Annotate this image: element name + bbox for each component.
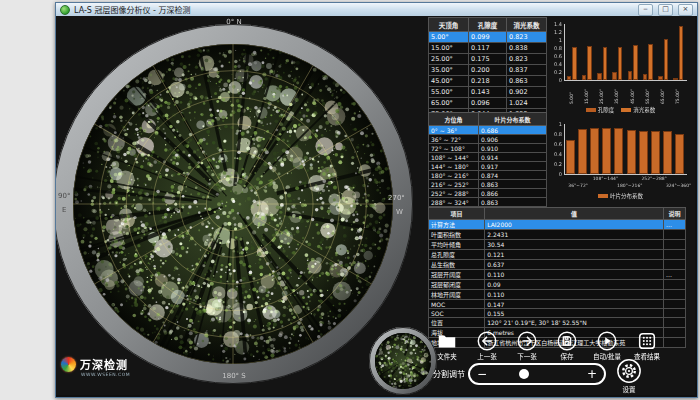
table-row[interactable]: 144° ~ 180°0.917 (429, 162, 547, 171)
table-row[interactable]: 5.00°0.0990.823 (429, 32, 547, 43)
cell: 0.838 (507, 43, 547, 54)
bar (651, 131, 660, 174)
settings-button[interactable]: 设置 (612, 358, 646, 394)
table-row[interactable]: 45.00°0.2180.863 (429, 76, 547, 87)
cell: 冠层开阔度 (429, 270, 485, 280)
minimize-button[interactable]: ‒ (638, 4, 653, 16)
bar (587, 46, 592, 80)
cell (663, 250, 685, 260)
compass-north-label: 0° N (216, 18, 252, 26)
window-title: LA-S 冠层图像分析仪 - 万深检测 (74, 4, 633, 15)
table-row[interactable]: 65.00°0.0961.024 (429, 98, 547, 109)
previous-image-button[interactable]: 上一张 (467, 330, 507, 361)
cell: 0.863 (507, 76, 547, 87)
table-row[interactable]: 冠层开阔度0.110… (429, 270, 686, 280)
table-row[interactable]: 林地开阔度0.110 (429, 290, 686, 300)
bar (658, 76, 663, 80)
table-row[interactable]: 55.00°0.1430.902 (429, 87, 547, 98)
cell: MOC (429, 300, 485, 309)
cell: 0.155 (485, 309, 664, 318)
table-row[interactable]: 冠层郁闭度0.09 (429, 280, 686, 290)
table-row[interactable]: 平均叶倾角30.54 (429, 240, 686, 250)
table-row[interactable]: 计算方法LAI2000… (429, 220, 686, 230)
bar (572, 47, 577, 80)
title-bar[interactable]: LA-S 冠层图像分析仪 - 万深检测 ‒ □ × (56, 3, 697, 16)
bar (603, 47, 608, 80)
legend-swatch (598, 194, 608, 198)
table-row[interactable]: 丛生指数0.637 (429, 260, 686, 270)
cell: 0.099 (469, 32, 507, 43)
axis-tick-label: 55.00° (645, 82, 650, 104)
slider-plus-button[interactable]: + (587, 367, 597, 381)
azimuth-angle-table: 方位角叶片分布系数0° ~ 36°0.68636° ~ 72°0.90672° … (428, 112, 547, 216)
maximize-button[interactable]: □ (658, 4, 673, 16)
slider-minus-button[interactable]: − (477, 367, 487, 381)
bar (643, 74, 648, 80)
bar (627, 130, 636, 174)
legend-item: 孔隙度 (586, 106, 615, 114)
axis-tick-label: 0.4 (547, 61, 562, 67)
cell: 45.00° (429, 76, 469, 87)
table-row[interactable]: 位置120° 21' 0.19"E, 30° 18' 52.55"N (429, 318, 686, 328)
slider-handle[interactable] (519, 369, 529, 379)
bar (675, 134, 684, 174)
table-row[interactable]: 288° ~ 324°0.863 (429, 198, 547, 207)
cell: … (663, 220, 685, 230)
cell: 叶面积指数 (429, 230, 485, 240)
compass-west-label: W (396, 208, 403, 216)
table-row[interactable]: 216° ~ 252°0.863 (429, 180, 547, 189)
bar (628, 71, 633, 80)
cell (663, 240, 685, 250)
brand-logo: 万深检测 WWW.WSEEN.COM (61, 356, 130, 377)
parameters-table: 项目值说明计算方法LAI2000…叶面积指数2.2431平均叶倾角30.54总孔… (428, 207, 686, 348)
segmentation-slider[interactable]: − + (468, 363, 606, 385)
bar (673, 78, 678, 80)
bar (663, 131, 672, 174)
cell: 0.110 (485, 290, 664, 300)
table-row[interactable]: 15.00°0.1170.838 (429, 43, 547, 54)
table-row[interactable]: 72° ~ 108°0.910 (429, 144, 547, 153)
next-image-button[interactable]: 下一张 (507, 330, 547, 361)
cell (663, 280, 685, 290)
cell (663, 309, 685, 318)
play-icon (596, 330, 618, 352)
cell: 30.54 (485, 240, 664, 250)
cell: 0.200 (469, 65, 507, 76)
table-row[interactable]: 总孔隙度0.121 (429, 250, 686, 260)
cell: 25.00° (429, 54, 469, 65)
bar (648, 44, 653, 80)
table-row[interactable]: 35.00°0.2000.837 (429, 65, 547, 76)
chart-legend: 孔隙度消光系数 (546, 106, 695, 114)
table-row[interactable]: 36° ~ 72°0.906 (429, 135, 547, 144)
bar (602, 128, 611, 174)
chart-legend: 叶片分布系数 (546, 192, 695, 200)
table-row[interactable]: 252° ~ 288°0.866 (429, 189, 547, 198)
porosity-extinction-chart: 00.20.40.60.811.21.45.00°15.00°25.00°35.… (546, 18, 695, 118)
table-row[interactable]: 108° ~ 144°0.914 (429, 153, 547, 162)
folder-button[interactable]: 文件夹 (427, 330, 467, 361)
axis-tick-label: 0.6 (547, 141, 562, 147)
close-button[interactable]: × (678, 4, 693, 16)
axis-tick-label: 0.2 (547, 69, 562, 75)
legend-label: 叶片分布系数 (610, 193, 643, 199)
table-row[interactable]: 25.00°0.1750.823 (429, 54, 547, 65)
cell: 丛生指数 (429, 260, 485, 270)
axis-tick-label: 45.00° (630, 82, 635, 104)
table-row[interactable]: 叶面积指数2.2431 (429, 230, 686, 240)
cell: 0.175 (469, 54, 507, 65)
table-row[interactable]: 0° ~ 36°0.686 (429, 126, 547, 135)
cell: 72° ~ 108° (429, 144, 479, 153)
cell: 0.866 (479, 189, 547, 198)
table-row[interactable]: 180° ~ 216°0.874 (429, 171, 547, 180)
cell: 144° ~ 180° (429, 162, 479, 171)
table-row[interactable]: SOC0.155 (429, 309, 686, 318)
table-row[interactable]: MOC0.147 (429, 300, 686, 309)
view-results-button[interactable]: 查看结果 (627, 330, 667, 361)
legend-label: 孔隙度 (598, 107, 615, 113)
auto-batch-button[interactable]: 自动/批量 (587, 330, 627, 361)
save-button[interactable]: 保存 (547, 330, 587, 361)
cell: 总孔隙度 (429, 250, 485, 260)
cell: 0.914 (479, 153, 547, 162)
cell: 0.823 (507, 54, 547, 65)
axis-tick-label: 108°~144° (593, 176, 618, 181)
